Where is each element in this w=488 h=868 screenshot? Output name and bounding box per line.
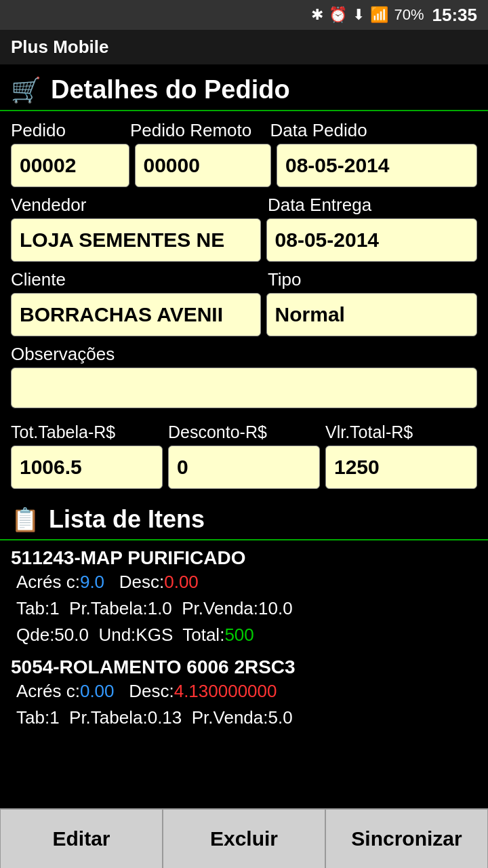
list-header: 📋 Lista de Itens xyxy=(0,497,488,540)
vendedor-label: Vendedor xyxy=(11,195,86,215)
totals-fields xyxy=(11,446,477,489)
tipo-label-wrap: Tipo xyxy=(268,269,477,290)
editar-button[interactable]: Editar xyxy=(0,809,163,868)
desconto-label: Desconto-R$ xyxy=(168,422,267,441)
pedido-remoto-label: Pedido Remoto xyxy=(130,120,251,140)
pedido-remoto-label-wrap: Pedido Remoto xyxy=(130,119,265,141)
cliente-label-wrap: Cliente xyxy=(11,269,262,290)
status-bar: ✱ ⏰ ⬇ 📶 70% 15:35 xyxy=(0,0,488,30)
desconto-label-wrap: Desconto-R$ xyxy=(168,421,320,443)
data-pedido-label-wrap: Data Pedido xyxy=(270,119,477,141)
list-item: 511243-MAP PURIFICADO Acrés c:9.0 Desc:0… xyxy=(11,547,477,648)
tot-tabela-label-wrap: Tot.Tabela-R$ xyxy=(11,421,163,443)
list-header-icon: 📋 xyxy=(11,506,39,533)
data-entrega-label-wrap: Data Entrega xyxy=(268,194,477,216)
page-title: Detalhes do Pedido xyxy=(51,75,290,104)
tipo-label: Tipo xyxy=(268,269,302,290)
alarm-icon: ⏰ xyxy=(329,6,347,24)
row3-fields xyxy=(11,293,477,336)
sincronizar-button[interactable]: Sincronizar xyxy=(325,809,488,868)
cliente-field[interactable] xyxy=(11,293,261,336)
observacoes-field[interactable] xyxy=(11,368,477,408)
pedido-field[interactable] xyxy=(11,144,129,187)
pedido-remoto-field[interactable] xyxy=(135,144,272,187)
row1-labels: Pedido Pedido Remoto Data Pedido xyxy=(11,119,477,141)
item-1-acrdesc: Acrés c:9.0 Desc:0.00 xyxy=(11,569,477,595)
item-1-preco: Tab:1 Pr.Tabela:1.0 Pr.Venda:10.0 xyxy=(11,595,477,622)
row2-labels: Vendedor Data Entrega xyxy=(11,194,477,216)
item-1-qde: Qde:50.0 Und:KGS Total:500 xyxy=(11,622,477,648)
items-list: 511243-MAP PURIFICADO Acrés c:9.0 Desc:0… xyxy=(0,540,488,746)
vlr-total-label: Vlr.Total-R$ xyxy=(325,422,413,441)
list-title: Lista de Itens xyxy=(49,505,205,534)
item-1-acresc-val: 9.0 xyxy=(80,572,104,592)
data-pedido-field[interactable] xyxy=(277,144,477,187)
status-icons: ✱ ⏰ ⬇ 📶 70% xyxy=(311,6,424,24)
item-2-acrdesc: Acrés c:0.00 Desc:4.130000000 xyxy=(11,678,477,705)
pedido-label: Pedido xyxy=(11,120,66,140)
title-bar: Plus Mobile xyxy=(0,30,488,64)
row3-labels: Cliente Tipo xyxy=(11,269,477,290)
sync-icon: ⬇ xyxy=(352,6,365,24)
tot-tabela-label: Tot.Tabela-R$ xyxy=(11,422,115,441)
row2-fields xyxy=(11,218,477,262)
data-entrega-label: Data Entrega xyxy=(268,195,371,215)
totals-labels: Tot.Tabela-R$ Desconto-R$ Vlr.Total-R$ xyxy=(11,421,477,443)
vlr-total-field[interactable] xyxy=(325,446,477,489)
page-header-icon: 🛒 xyxy=(11,76,41,104)
signal-icon: 📶 xyxy=(370,6,388,24)
pedido-label-wrap: Pedido xyxy=(11,119,125,141)
obs-label-wrap: Observações xyxy=(11,343,477,365)
row1-fields xyxy=(11,144,477,187)
item-2-desc-val: 4.130000000 xyxy=(174,681,277,701)
page-header: 🛒 Detalhes do Pedido xyxy=(0,64,488,111)
vlr-total-label-wrap: Vlr.Total-R$ xyxy=(325,421,477,443)
data-pedido-label: Data Pedido xyxy=(270,120,367,140)
item-2-preco: Tab:1 Pr.Tabela:0.13 Pr.Venda:5.0 xyxy=(11,705,477,731)
item-1-name: 511243-MAP PURIFICADO xyxy=(11,547,477,569)
cliente-label: Cliente xyxy=(11,269,66,290)
form-area: Pedido Pedido Remoto Data Pedido Vendedo… xyxy=(0,111,488,421)
app-title: Plus Mobile xyxy=(11,37,108,57)
battery-label: 70% xyxy=(394,6,424,24)
item-2-name: 5054-ROLAMENTO 6006 2RSC3 xyxy=(11,656,477,678)
data-entrega-field[interactable] xyxy=(266,218,477,262)
excluir-button[interactable]: Excluir xyxy=(163,809,325,868)
bottom-bar: Editar Excluir Sincronizar xyxy=(0,808,488,868)
tipo-field[interactable] xyxy=(266,293,477,336)
totals-section: Tot.Tabela-R$ Desconto-R$ Vlr.Total-R$ xyxy=(0,421,488,497)
vendedor-field[interactable] xyxy=(11,218,261,262)
tot-tabela-field[interactable] xyxy=(11,446,163,489)
vendedor-label-wrap: Vendedor xyxy=(11,194,262,216)
desconto-field[interactable] xyxy=(168,446,320,489)
item-1-desc-val: 0.00 xyxy=(164,572,199,592)
item-1-total-val: 500 xyxy=(224,625,253,645)
observacoes-label: Observações xyxy=(11,344,115,364)
bluetooth-icon: ✱ xyxy=(311,6,323,24)
time-display: 15:35 xyxy=(432,5,478,26)
item-2-acresc-val: 0.00 xyxy=(80,681,115,701)
list-item: 5054-ROLAMENTO 6006 2RSC3 Acrés c:0.00 D… xyxy=(11,656,477,731)
